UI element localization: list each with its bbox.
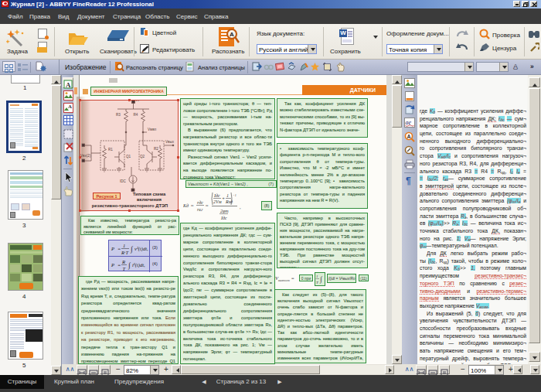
- svg-text:∫: ∫: [128, 261, 131, 270]
- svg-text:Kд: Kд: [183, 203, 189, 208]
- svg-text:A: A: [407, 134, 411, 139]
- svg-text:Iдс: Iдс: [220, 216, 227, 220]
- svg-text:P: P: [111, 246, 114, 251]
- svg-text:R2: R2: [154, 147, 158, 151]
- svg-text:2Vм: 2Vм: [213, 199, 222, 204]
- svg-text:∫: ∫: [130, 245, 134, 254]
- svg-text:T: T: [123, 266, 126, 271]
- svg-text:R1: R1: [108, 148, 113, 152]
- svg-text:Q2: Q2: [140, 155, 145, 159]
- svg-text:1: 1: [226, 193, 229, 198]
- svg-text:Vвых: Vвых: [165, 140, 175, 144]
- svg-text:Iдс: Iдс: [213, 193, 220, 198]
- svg-text:2φт: 2φт: [220, 209, 229, 213]
- svg-text:R: R: [121, 259, 125, 264]
- svg-text:Vп: Vп: [135, 101, 139, 102]
- svg-text:v²(t)dt,: v²(t)dt,: [134, 246, 148, 252]
- svg-text:i²(t)dt,: i²(t)dt,: [132, 262, 145, 268]
- svg-text:rдс: rдс: [197, 200, 203, 205]
- svg-text:A: A: [66, 81, 71, 89]
- svg-text:rвг: rвг: [197, 207, 203, 212]
- svg-text:Rзд: Rзд: [225, 199, 233, 204]
- svg-text:A: A: [68, 104, 72, 110]
- svg-text:+: +: [222, 196, 225, 201]
- svg-text:Vмвп: Vмвп: [148, 128, 157, 131]
- svg-text:=: =: [117, 246, 121, 251]
- svg-text:,: ,: [240, 205, 241, 210]
- svg-text:Q1: Q1: [126, 155, 131, 159]
- svg-text:1: 1: [123, 243, 125, 248]
- svg-text:=: =: [117, 262, 121, 268]
- svg-text:IDC: IDC: [120, 179, 127, 183]
- svg-text:R·T: R·T: [121, 250, 129, 255]
- svg-text:≈: ≈: [191, 203, 194, 208]
- svg-text:≈: ≈: [206, 203, 209, 208]
- svg-text:A: A: [230, 31, 234, 38]
- svg-text:P: P: [111, 262, 114, 268]
- svg-text:R3: R3: [116, 113, 121, 117]
- svg-text:−1: −1: [233, 193, 236, 197]
- svg-text:Vвх(2): Vвх(2): [80, 154, 91, 158]
- svg-text:1: 1: [316, 274, 318, 278]
- svg-text:R4: R4: [134, 113, 138, 117]
